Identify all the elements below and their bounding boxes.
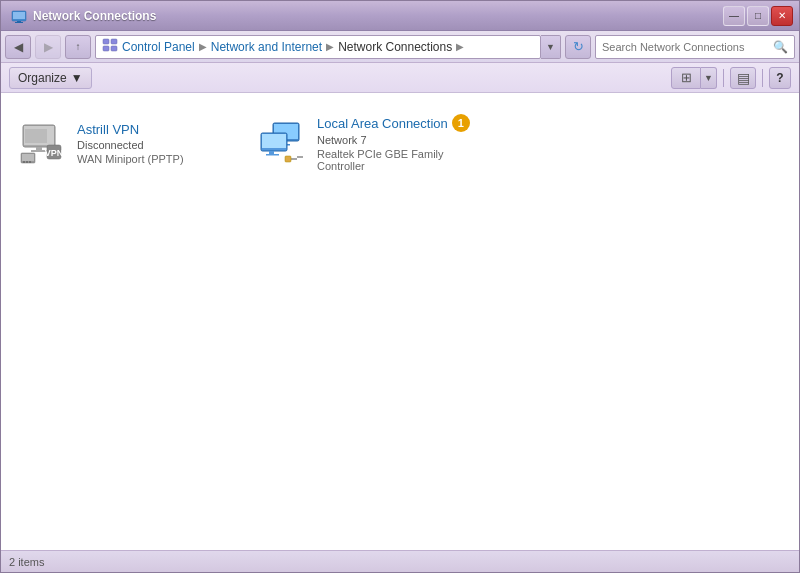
svg-rect-14	[25, 129, 47, 143]
svg-rect-27	[266, 154, 279, 156]
forward-button[interactable]: ▶	[35, 35, 61, 59]
back-button[interactable]: ◀	[5, 35, 31, 59]
svg-rect-5	[111, 39, 117, 44]
search-bar[interactable]: 🔍	[595, 35, 795, 59]
toolbar-divider	[723, 69, 724, 87]
title-bar-controls: — □ ✕	[723, 6, 793, 26]
svg-rect-30	[285, 156, 291, 162]
status-bar: 2 items	[1, 550, 799, 572]
organize-arrow-icon: ▼	[71, 71, 83, 85]
main-content: VPN Astrill VPN Disconnected WAN Minipor…	[1, 93, 799, 550]
window-title: Network Connections	[33, 9, 156, 23]
toolbar-right: ⊞ ▼ ▤ ?	[671, 67, 791, 89]
window-icon	[11, 8, 27, 24]
organize-label: Organize	[18, 71, 67, 85]
breadcrumb-dropdown[interactable]: ▼	[541, 35, 561, 59]
title-bar-left: Network Connections	[11, 8, 723, 24]
breadcrumb-network-internet[interactable]: Network and Internet	[211, 40, 322, 54]
local-area-connection-item[interactable]: Local Area Connection 1 Network 7 Realte…	[251, 103, 481, 183]
search-input[interactable]	[602, 41, 769, 53]
lac-name-row: Local Area Connection 1	[317, 114, 473, 132]
svg-rect-1	[13, 12, 25, 19]
help-button[interactable]: ?	[769, 67, 791, 89]
lac-name: Local Area Connection	[317, 116, 448, 131]
organize-button[interactable]: Organize ▼	[9, 67, 92, 89]
toolbar: Organize ▼ ⊞ ▼ ▤ ?	[1, 63, 799, 93]
maximize-button[interactable]: □	[747, 6, 769, 26]
address-bar: ◀ ▶ ↑ Control Panel ▶ Network and Intern…	[1, 31, 799, 63]
svg-point-19	[29, 161, 31, 163]
main-window: Network Connections — □ ✕ ◀ ▶ ↑	[0, 0, 800, 573]
refresh-button[interactable]: ↻	[565, 35, 591, 59]
svg-rect-26	[269, 151, 274, 154]
local-area-connection-details: Local Area Connection 1 Network 7 Realte…	[317, 114, 473, 172]
astrill-vpn-item[interactable]: VPN Astrill VPN Disconnected WAN Minipor…	[11, 103, 241, 183]
lac-status: Network 7	[317, 134, 473, 146]
views-button[interactable]: ⊞	[671, 67, 701, 89]
svg-rect-25	[262, 134, 286, 148]
astrill-vpn-details: Astrill VPN Disconnected WAN Miniport (P…	[77, 122, 184, 165]
notification-badge: 1	[452, 114, 470, 132]
breadcrumb-icon	[102, 37, 118, 56]
svg-rect-4	[103, 39, 109, 44]
breadcrumb-control-panel[interactable]: Control Panel	[122, 40, 195, 54]
svg-rect-7	[111, 46, 117, 51]
svg-point-17	[23, 161, 25, 163]
breadcrumb-bar: Control Panel ▶ Network and Internet ▶ N…	[95, 35, 541, 59]
svg-rect-3	[15, 22, 23, 23]
change-view-button[interactable]: ▤	[730, 67, 756, 89]
astrill-vpn-status: Disconnected	[77, 139, 184, 151]
svg-text:VPN: VPN	[45, 148, 64, 158]
svg-rect-6	[103, 46, 109, 51]
svg-rect-10	[36, 147, 42, 150]
breadcrumb-network-connections: Network Connections	[338, 40, 452, 54]
astrill-vpn-name: Astrill VPN	[77, 122, 184, 137]
lac-adapter: Realtek PCIe GBE Family Controller	[317, 148, 473, 172]
title-bar: Network Connections — □ ✕	[1, 1, 799, 31]
search-icon[interactable]: 🔍	[773, 40, 788, 54]
svg-rect-2	[17, 21, 21, 22]
vpn-icon: VPN	[19, 119, 67, 167]
close-button[interactable]: ✕	[771, 6, 793, 26]
toolbar-divider-2	[762, 69, 763, 87]
svg-rect-16	[22, 154, 34, 161]
minimize-button[interactable]: —	[723, 6, 745, 26]
svg-point-18	[26, 161, 28, 163]
items-count: 2 items	[9, 556, 44, 568]
views-dropdown[interactable]: ▼	[701, 67, 717, 89]
astrill-vpn-adapter: WAN Miniport (PPTP)	[77, 153, 184, 165]
ethernet-icon	[259, 119, 307, 167]
up-button[interactable]: ↑	[65, 35, 91, 59]
